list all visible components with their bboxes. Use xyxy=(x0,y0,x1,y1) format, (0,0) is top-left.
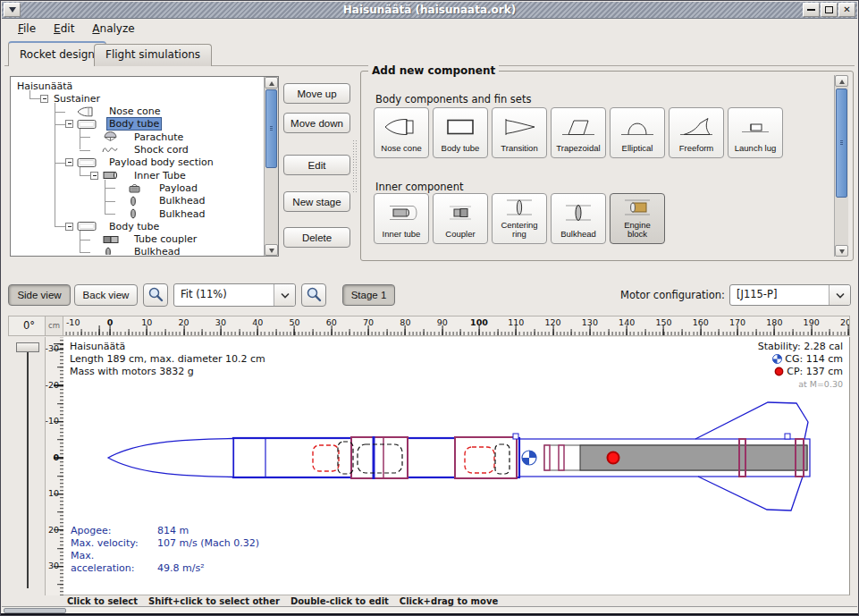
title-bar[interactable]: Haisunäätä (haisunaata.ork) ✕ xyxy=(2,2,857,19)
tree-scrollbar[interactable] xyxy=(264,77,278,256)
scroll-down-icon[interactable] xyxy=(835,245,848,257)
tree-item[interactable]: Bulkhead xyxy=(12,195,264,207)
menu-edit[interactable]: Edit xyxy=(45,19,83,35)
tree-item-label[interactable]: Tube coupler xyxy=(132,233,198,245)
cp-icon xyxy=(774,366,787,377)
component-button-label: Inner tube xyxy=(383,230,421,240)
tree-item-label[interactable]: Bulkhead xyxy=(157,195,206,207)
info-line: Mass with motors 3832 g xyxy=(70,366,265,378)
tree-item[interactable]: Payload body section xyxy=(12,156,264,169)
tree-item[interactable]: Inner Tube xyxy=(12,169,264,181)
collapse-icon[interactable] xyxy=(65,158,73,166)
move-up-button[interactable]: Move up xyxy=(283,83,350,104)
rocket-canvas[interactable]: HaisunäätäLength 189 cm, max. diameter 1… xyxy=(63,337,850,595)
panel-splitter[interactable] xyxy=(352,139,358,193)
tree-item[interactable]: Body tube xyxy=(12,220,264,232)
scroll-up-icon[interactable] xyxy=(265,77,278,89)
add-body-tube-button[interactable]: Body tube xyxy=(433,107,488,158)
add-freeform-button[interactable]: Freeform xyxy=(669,107,724,158)
t-payload-icon xyxy=(127,182,154,193)
add-transition-button[interactable]: Transition xyxy=(492,107,547,158)
stage-1-toggle[interactable]: Stage 1 xyxy=(342,284,395,306)
tree-scrollbar-thumb[interactable] xyxy=(265,89,277,168)
zoom-in-button[interactable] xyxy=(301,283,326,307)
menu-analyze[interactable]: Analyze xyxy=(83,19,143,35)
h-ruler-label: 170 xyxy=(729,317,745,327)
rotation-slider-thumb[interactable] xyxy=(16,342,39,352)
flight-stats: Apogee:814 mMax. velocity:107 m/s (Mach … xyxy=(71,525,259,575)
h-ruler-label: 70 xyxy=(363,317,374,327)
motor-configuration-select[interactable]: [J115-P] xyxy=(729,284,851,306)
add-trapezoidal-button[interactable]: Trapezoidal xyxy=(551,107,606,158)
rotation-slider[interactable] xyxy=(27,344,29,588)
t-inner-icon xyxy=(102,170,129,181)
move-down-button[interactable]: Move down xyxy=(283,113,350,133)
tree-item-label[interactable]: Payload body section xyxy=(107,156,215,168)
tree-item[interactable]: Tube coupler xyxy=(12,233,264,246)
add-coupler-button[interactable]: Coupler xyxy=(433,193,488,244)
menu-file[interactable]: File xyxy=(9,19,45,35)
tree-item-label[interactable]: Nose cone xyxy=(107,105,162,117)
add-bulkhead-button[interactable]: Bulkhead xyxy=(551,193,606,244)
collapse-icon[interactable] xyxy=(90,172,98,180)
tab-rocket-design[interactable]: Rocket design xyxy=(8,41,106,66)
tree-item[interactable]: Nose cone xyxy=(12,105,264,118)
chevron-down-icon[interactable] xyxy=(274,284,295,306)
add-elliptical-button[interactable]: Elliptical xyxy=(610,107,665,158)
tree-item-label[interactable]: Parachute xyxy=(132,131,185,143)
horizontal-scrollbar[interactable] xyxy=(2,606,857,613)
tree-item[interactable]: Sustainer xyxy=(12,92,264,105)
edit-button[interactable]: Edit xyxy=(283,155,350,175)
new-stage-button[interactable]: New stage xyxy=(283,191,350,212)
scroll-down-icon[interactable] xyxy=(265,244,278,256)
collapse-icon[interactable] xyxy=(40,95,48,103)
tree-item[interactable]: Haisunäätä xyxy=(12,80,264,92)
delete-button[interactable]: Delete xyxy=(283,227,350,248)
tree-connector xyxy=(55,103,55,226)
tree-item[interactable]: Payload xyxy=(12,181,264,194)
add-launch-lug-button[interactable]: Launch lug xyxy=(728,107,783,158)
minimize-icon xyxy=(807,9,815,11)
tree-item-label[interactable]: Shock cord xyxy=(132,144,190,156)
tree-item[interactable]: Bulkhead xyxy=(12,246,264,255)
add-engine-block-button[interactable]: Engineblock xyxy=(610,193,665,244)
component-panel-scrollbar-thumb[interactable] xyxy=(836,89,847,198)
horizontal-ruler: -100102030405060708090100110120130140150… xyxy=(63,316,850,336)
tree-item[interactable]: Shock cord xyxy=(12,144,264,156)
minimize-button[interactable] xyxy=(803,3,820,17)
collapse-icon[interactable] xyxy=(65,223,73,231)
back-view-button[interactable]: Back view xyxy=(74,284,138,306)
stat-value: 49.8 m/s² xyxy=(157,562,205,574)
tree-item[interactable]: Parachute xyxy=(12,131,264,143)
zoom-out-button[interactable] xyxy=(143,283,168,307)
inner-tube-icon xyxy=(383,195,419,230)
h-ruler-label: -10 xyxy=(66,317,80,327)
add-inner-tube-button[interactable]: Inner tube xyxy=(374,193,429,244)
tree-item-label[interactable]: Bulkhead xyxy=(132,246,181,255)
tree-item-label[interactable]: Payload xyxy=(157,182,199,194)
tree-item-label[interactable]: Body tube xyxy=(107,118,161,130)
add-centering-ring-button[interactable]: Centeringring xyxy=(492,193,547,244)
v-ruler-label: 20 xyxy=(48,525,59,535)
bulkhead-icon xyxy=(560,195,596,230)
tree-item-label[interactable]: Inner Tube xyxy=(132,170,188,181)
tree-item-label[interactable]: Bulkhead xyxy=(157,208,206,220)
component-panel-scrollbar[interactable] xyxy=(834,75,848,257)
tree-item-label[interactable]: Body tube xyxy=(107,221,161,232)
cp-marker xyxy=(608,452,619,464)
chevron-down-icon[interactable] xyxy=(829,285,850,305)
scroll-up-icon[interactable] xyxy=(835,75,848,87)
tree-item-label[interactable]: Sustainer xyxy=(52,93,102,105)
collapse-icon[interactable] xyxy=(65,120,73,128)
tree-item[interactable]: Bulkhead xyxy=(12,207,264,220)
tree-item-label[interactable]: Haisunäätä xyxy=(15,80,74,92)
v-ruler-label: -10 xyxy=(45,416,59,426)
maximize-button[interactable] xyxy=(821,3,838,17)
zoom-select[interactable]: Fit (11%) xyxy=(173,283,296,307)
tree-item[interactable]: Body tube xyxy=(12,118,264,131)
tab-flight-simulations[interactable]: Flight simulations xyxy=(94,44,212,66)
close-button[interactable]: ✕ xyxy=(838,3,855,17)
side-view-button[interactable]: Side view xyxy=(8,284,71,306)
component-button-label: Centeringring xyxy=(501,221,537,240)
add-nose-cone-button[interactable]: Nose cone xyxy=(374,107,429,158)
